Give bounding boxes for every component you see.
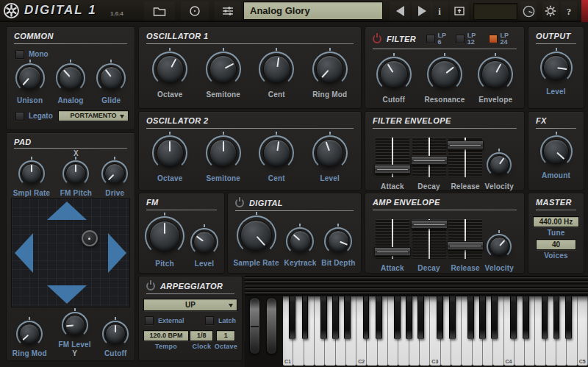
- white-key[interactable]: C5: [578, 296, 588, 366]
- keytrack-knob[interactable]: [286, 227, 314, 255]
- black-key[interactable]: [523, 296, 529, 339]
- prev-preset-button[interactable]: [390, 1, 410, 21]
- osc2-octave-knob[interactable]: [152, 135, 187, 171]
- drive-knob[interactable]: [101, 160, 128, 187]
- folder-button[interactable]: [144, 1, 175, 21]
- slider-handle[interactable]: [374, 247, 411, 256]
- filter-cutoff-knob[interactable]: [376, 57, 412, 92]
- aenv-velocity-knob[interactable]: [487, 234, 512, 259]
- black-key[interactable]: [344, 296, 351, 339]
- osc1-octave-knob[interactable]: [152, 51, 187, 87]
- pad-down-arrow-icon[interactable]: [47, 285, 87, 304]
- fm-pitch-knob[interactable]: [62, 160, 89, 187]
- osc2-cent-knob[interactable]: [259, 135, 294, 171]
- aenv-release-slider[interactable]: [448, 219, 482, 259]
- smpl-rate-knob[interactable]: [18, 160, 45, 187]
- black-key[interactable]: [302, 296, 309, 339]
- output-level-knob[interactable]: [540, 51, 573, 84]
- aenv-attack-slider[interactable]: [376, 219, 409, 259]
- slider-handle[interactable]: [411, 220, 448, 229]
- pitch-wheel[interactable]: [249, 297, 260, 354]
- black-key[interactable]: [376, 296, 382, 339]
- legato-checkbox[interactable]: Legato: [15, 112, 53, 121]
- arp-power-icon[interactable]: [146, 282, 155, 291]
- filter-mode-lp24[interactable]: LP 24: [489, 32, 517, 46]
- black-key[interactable]: [363, 296, 370, 339]
- osc1-semitone-knob[interactable]: [206, 51, 241, 87]
- tune-value-field[interactable]: 440.00 Hz: [533, 216, 579, 227]
- black-key[interactable]: [394, 296, 401, 339]
- osc1-ring-mod-knob[interactable]: [312, 51, 348, 87]
- settings-button[interactable]: [542, 1, 559, 21]
- slider-handle[interactable]: [411, 156, 448, 165]
- power-button[interactable]: [181, 1, 209, 21]
- xy-pad-puck[interactable]: [82, 230, 98, 246]
- info-button[interactable]: i: [431, 1, 448, 21]
- digital-power-icon[interactable]: [235, 199, 244, 207]
- mod-wheel[interactable]: [266, 297, 277, 354]
- arp-external-checkbox[interactable]: External: [145, 316, 184, 325]
- fm-pitch-knob[interactable]: [145, 216, 184, 256]
- keyboard[interactable]: C1C2C3C4C5: [283, 296, 588, 366]
- black-key[interactable]: [437, 296, 443, 339]
- glide-mode-dropdown[interactable]: PORTAMENTO: [58, 110, 129, 121]
- black-key[interactable]: [479, 296, 486, 339]
- filter-resonance-knob[interactable]: [427, 57, 462, 92]
- arp-tempo-field[interactable]: 120.0 BPM: [143, 330, 189, 341]
- black-key[interactable]: [565, 296, 572, 339]
- master-volume-knob[interactable]: [520, 1, 537, 21]
- titlebar: DIGITAL 1 1.0.4 Analog Glory: [0, 0, 588, 22]
- arp-octave-field[interactable]: 1: [216, 330, 235, 341]
- slider-handle[interactable]: [374, 165, 411, 174]
- unison-knob[interactable]: [15, 63, 45, 93]
- black-key[interactable]: [491, 296, 498, 339]
- fm-level-knob[interactable]: [62, 312, 88, 338]
- arp-mode-dropdown[interactable]: UP: [143, 299, 237, 311]
- arp-clock-field[interactable]: 1/8: [190, 330, 213, 341]
- arp-latch-checkbox[interactable]: Latch: [205, 316, 236, 325]
- xy-pad[interactable]: [11, 198, 130, 307]
- cutoff-knob[interactable]: [102, 321, 129, 347]
- fenv-decay-slider[interactable]: [412, 138, 446, 177]
- black-key[interactable]: [449, 296, 456, 339]
- black-key[interactable]: [332, 296, 339, 339]
- black-key[interactable]: [553, 296, 560, 339]
- fm-level-knob[interactable]: [190, 228, 218, 256]
- slider-handle[interactable]: [447, 241, 484, 250]
- black-key[interactable]: [320, 296, 327, 339]
- black-key[interactable]: [417, 296, 424, 339]
- mono-checkbox[interactable]: Mono: [15, 50, 126, 59]
- fx-amount-knob[interactable]: [540, 135, 573, 168]
- black-key[interactable]: [510, 296, 517, 339]
- pad-right-arrow-icon[interactable]: [108, 233, 126, 273]
- black-key[interactable]: [467, 296, 474, 339]
- pad-left-arrow-icon[interactable]: [15, 233, 33, 273]
- slider-handle[interactable]: [447, 140, 484, 149]
- fenv-release-slider[interactable]: [448, 138, 482, 177]
- mixer-button[interactable]: [215, 1, 241, 21]
- help-button[interactable]: ?: [561, 1, 577, 21]
- osc2-semitone-knob[interactable]: [206, 135, 241, 171]
- filter-envelope-knob[interactable]: [478, 57, 513, 92]
- black-key[interactable]: [289, 296, 295, 339]
- voices-value-field[interactable]: 40: [536, 239, 576, 250]
- fenv-attack-slider[interactable]: [376, 138, 409, 177]
- filter-mode-lp6[interactable]: LP 6: [426, 32, 451, 46]
- filter-power-icon[interactable]: [373, 35, 381, 43]
- filter-mode-lp12[interactable]: LP 12: [456, 32, 484, 46]
- pad-up-arrow-icon[interactable]: [47, 202, 87, 220]
- glide-knob[interactable]: [96, 63, 126, 93]
- analog-knob[interactable]: [56, 63, 85, 93]
- next-preset-button[interactable]: [412, 1, 432, 21]
- black-key[interactable]: [406, 296, 412, 339]
- osc1-cent-knob[interactable]: [259, 51, 294, 87]
- fenv-velocity-knob[interactable]: [487, 152, 512, 177]
- ring-mod-knob[interactable]: [16, 321, 43, 347]
- sample-rate-knob[interactable]: [237, 215, 276, 255]
- black-key[interactable]: [542, 296, 548, 339]
- preset-display[interactable]: Analog Glory: [243, 1, 383, 20]
- osc2-level-knob[interactable]: [312, 135, 348, 171]
- aenv-decay-slider[interactable]: [412, 219, 446, 259]
- bit-depth-knob[interactable]: [324, 227, 352, 255]
- save-button[interactable]: [450, 1, 469, 21]
